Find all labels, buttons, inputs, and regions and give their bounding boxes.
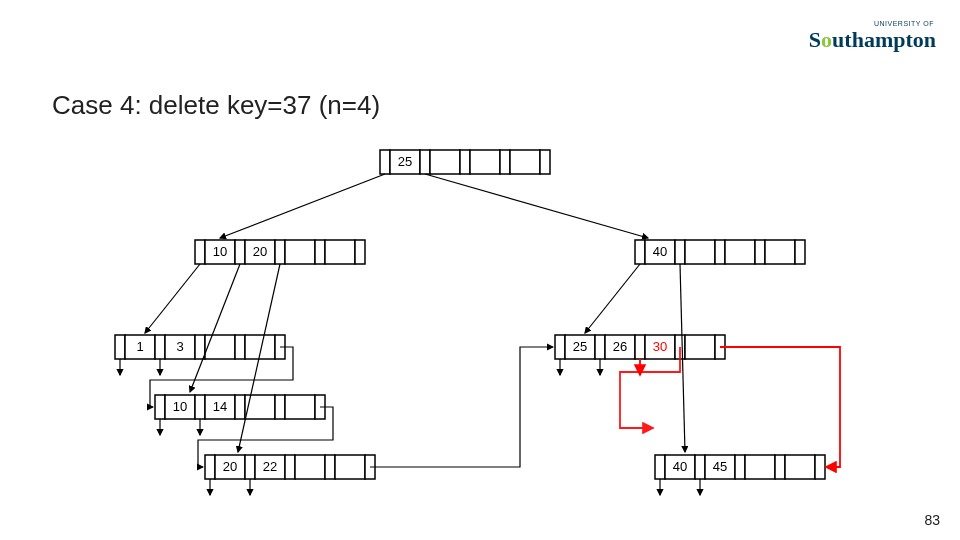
svg-line-74 <box>145 264 200 333</box>
l4-k0: 25 <box>573 339 587 354</box>
l1-k0: 1 <box>136 339 143 354</box>
page-number: 83 <box>924 512 940 528</box>
l5-k0: 40 <box>673 459 687 474</box>
l3-k0: 20 <box>223 459 237 474</box>
svg-rect-18 <box>635 240 645 264</box>
svg-rect-8 <box>540 150 550 174</box>
svg-line-77 <box>585 264 640 333</box>
svg-rect-25 <box>765 240 795 264</box>
svg-rect-49 <box>285 455 295 479</box>
svg-rect-40 <box>235 395 245 419</box>
svg-rect-16 <box>325 240 355 264</box>
svg-rect-0 <box>380 150 390 174</box>
leaf-3: 20 22 <box>205 455 375 479</box>
svg-rect-20 <box>675 240 685 264</box>
svg-rect-9 <box>195 240 205 264</box>
leaf-5: 40 45 <box>655 455 825 479</box>
svg-line-73 <box>425 174 648 238</box>
svg-rect-45 <box>205 455 215 479</box>
svg-rect-61 <box>685 335 715 359</box>
svg-rect-3 <box>430 150 460 174</box>
svg-rect-32 <box>205 335 235 359</box>
l2-k1: 14 <box>213 399 227 414</box>
svg-rect-24 <box>755 240 765 264</box>
svg-rect-33 <box>235 335 245 359</box>
n1-key-0: 10 <box>213 244 227 259</box>
svg-rect-68 <box>745 455 775 479</box>
svg-rect-26 <box>795 240 805 264</box>
root-key-0: 25 <box>398 154 412 169</box>
node-internal-left: 10 20 <box>195 240 365 264</box>
svg-rect-43 <box>285 395 315 419</box>
svg-rect-67 <box>735 455 745 479</box>
svg-rect-14 <box>285 240 315 264</box>
svg-rect-47 <box>245 455 255 479</box>
svg-rect-23 <box>725 240 755 264</box>
l3-k1: 22 <box>263 459 277 474</box>
svg-rect-56 <box>595 335 605 359</box>
l2-k0: 10 <box>173 399 187 414</box>
svg-rect-11 <box>235 240 245 264</box>
leaf-4: 25 26 30 <box>555 335 725 359</box>
l1-k1: 3 <box>176 339 183 354</box>
svg-rect-70 <box>785 455 815 479</box>
l5-k1: 45 <box>713 459 727 474</box>
svg-rect-13 <box>275 240 285 264</box>
l4-k1: 26 <box>613 339 627 354</box>
svg-rect-2 <box>420 150 430 174</box>
svg-rect-71 <box>815 455 825 479</box>
svg-rect-15 <box>315 240 325 264</box>
svg-line-75 <box>190 264 240 392</box>
svg-rect-22 <box>715 240 725 264</box>
svg-rect-38 <box>195 395 205 419</box>
n1-key-1: 20 <box>253 244 267 259</box>
svg-rect-17 <box>355 240 365 264</box>
svg-line-72 <box>220 174 385 238</box>
svg-rect-50 <box>295 455 325 479</box>
node-root: 25 <box>380 150 550 174</box>
svg-rect-4 <box>460 150 470 174</box>
svg-rect-7 <box>510 150 540 174</box>
svg-rect-65 <box>695 455 705 479</box>
svg-rect-42 <box>275 395 285 419</box>
svg-rect-5 <box>470 150 500 174</box>
leaf-2: 10 14 <box>155 395 325 419</box>
n2-key-0: 40 <box>653 244 667 259</box>
svg-rect-52 <box>335 455 365 479</box>
svg-rect-54 <box>555 335 565 359</box>
svg-rect-21 <box>685 240 715 264</box>
l4-k2: 30 <box>653 339 667 354</box>
svg-rect-29 <box>155 335 165 359</box>
svg-rect-27 <box>115 335 125 359</box>
svg-rect-36 <box>155 395 165 419</box>
node-internal-right: 40 <box>635 240 805 264</box>
svg-rect-69 <box>775 455 785 479</box>
btree-diagram: 25 10 20 <box>0 0 960 540</box>
svg-rect-58 <box>635 335 645 359</box>
svg-rect-6 <box>500 150 510 174</box>
svg-rect-31 <box>195 335 205 359</box>
svg-rect-63 <box>655 455 665 479</box>
svg-rect-51 <box>325 455 335 479</box>
